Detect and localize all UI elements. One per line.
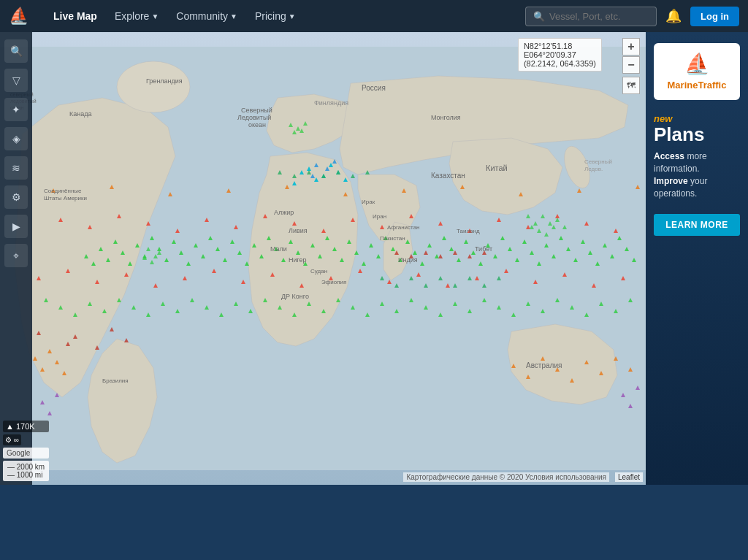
svg-marker-18 bbox=[194, 243, 198, 248]
vessel-count: ▲ 170K bbox=[3, 421, 49, 432]
svg-text:Соединённые: Соединённые bbox=[44, 188, 82, 194]
svg-marker-244 bbox=[95, 345, 99, 350]
svg-marker-78 bbox=[632, 258, 636, 262]
map-container[interactable]: Канада Соединённые Штаты Америки Бразили… bbox=[0, 32, 646, 485]
svg-marker-188 bbox=[314, 177, 318, 182]
svg-marker-159 bbox=[584, 221, 589, 226]
search-bar[interactable]: 🔍 bbox=[525, 7, 657, 26]
wind-tool-button[interactable]: ≋ bbox=[4, 156, 28, 180]
layers-tool-button[interactable]: ✦ bbox=[4, 98, 28, 121]
svg-marker-195 bbox=[325, 166, 329, 171]
svg-marker-157 bbox=[526, 225, 530, 229]
map-type-button[interactable]: 🗺 bbox=[622, 77, 640, 94]
svg-text:Ливия: Ливия bbox=[289, 227, 308, 234]
svg-text:Афганистан: Афганистан bbox=[387, 224, 420, 231]
svg-marker-184 bbox=[614, 356, 618, 361]
svg-marker-47 bbox=[405, 239, 410, 244]
svg-marker-208 bbox=[336, 170, 340, 174]
svg-marker-209 bbox=[351, 174, 355, 178]
svg-marker-234 bbox=[562, 225, 567, 229]
svg-marker-5 bbox=[99, 247, 103, 251]
svg-marker-145 bbox=[175, 229, 180, 233]
svg-marker-205 bbox=[292, 174, 297, 178]
svg-marker-124 bbox=[153, 283, 158, 288]
svg-marker-203 bbox=[636, 386, 640, 390]
nav-pricing[interactable]: Pricing ▼ bbox=[248, 6, 303, 26]
zoom-in-button[interactable]: + bbox=[622, 38, 640, 55]
nav-community[interactable]: Community ▼ bbox=[169, 6, 245, 26]
settings-tool-button[interactable]: ⚙ bbox=[4, 185, 28, 209]
header-logo[interactable]: ⛵ bbox=[9, 7, 31, 26]
svg-text:Северный: Северный bbox=[241, 107, 272, 114]
svg-marker-168 bbox=[460, 185, 465, 189]
svg-marker-34 bbox=[310, 243, 315, 248]
svg-marker-24 bbox=[237, 250, 242, 255]
svg-marker-94 bbox=[263, 298, 267, 302]
svg-marker-36 bbox=[325, 236, 329, 240]
login-button[interactable]: Log in bbox=[690, 7, 739, 26]
svg-marker-25 bbox=[245, 261, 249, 266]
stack-tool-button[interactable]: ◈ bbox=[4, 127, 28, 150]
svg-marker-242 bbox=[110, 327, 114, 331]
notifications-bell-icon[interactable]: 🔔 bbox=[663, 5, 684, 27]
svg-marker-100 bbox=[351, 305, 355, 310]
nav-explore[interactable]: Explore ▼ bbox=[107, 6, 166, 26]
svg-marker-61 bbox=[508, 247, 512, 251]
search-tool-button[interactable]: 🔍 bbox=[4, 39, 28, 63]
svg-marker-167 bbox=[402, 188, 406, 193]
search-input[interactable] bbox=[549, 11, 652, 22]
svg-marker-194 bbox=[314, 163, 318, 167]
svg-marker-109 bbox=[482, 298, 486, 302]
svg-marker-211 bbox=[380, 276, 384, 280]
svg-text:Казахстан: Казахстан bbox=[431, 172, 465, 180]
svg-marker-122 bbox=[95, 280, 99, 284]
svg-marker-189 bbox=[329, 163, 333, 167]
svg-text:Пакистан: Пакистан bbox=[380, 235, 405, 242]
svg-marker-237 bbox=[150, 260, 154, 264]
svg-marker-103 bbox=[394, 309, 399, 313]
svg-marker-50 bbox=[427, 243, 432, 248]
svg-marker-125 bbox=[183, 276, 187, 280]
svg-marker-238 bbox=[157, 250, 161, 255]
svg-marker-231 bbox=[544, 232, 549, 237]
svg-marker-161 bbox=[51, 188, 56, 193]
svg-text:Ледовитый: Ледовитый bbox=[237, 114, 271, 121]
svg-marker-197 bbox=[332, 159, 337, 164]
pricing-arrow: ▼ bbox=[289, 12, 296, 20]
zoom-out-button[interactable]: − bbox=[622, 56, 640, 74]
svg-marker-248 bbox=[424, 250, 428, 255]
play-tool-button[interactable]: ▶ bbox=[4, 215, 28, 238]
filter-tool-button[interactable]: ▽ bbox=[4, 69, 28, 92]
svg-marker-232 bbox=[552, 225, 556, 229]
svg-marker-81 bbox=[73, 312, 77, 317]
svg-marker-63 bbox=[522, 239, 527, 244]
header-right: 🔍 🔔 Log in bbox=[525, 5, 739, 27]
svg-marker-59 bbox=[493, 254, 497, 258]
svg-marker-22 bbox=[223, 258, 227, 262]
svg-marker-119 bbox=[628, 298, 633, 302]
svg-marker-190 bbox=[299, 170, 304, 174]
svg-marker-225 bbox=[526, 214, 530, 218]
svg-marker-107 bbox=[453, 302, 457, 306]
learn-more-button[interactable]: LEARN MORE bbox=[654, 214, 740, 236]
svg-text:Таиланд: Таиланд bbox=[457, 228, 480, 234]
svg-marker-85 bbox=[131, 305, 136, 310]
promo-plans-label: Plans bbox=[654, 124, 740, 145]
scale-bar: — 2000 km — 1000 mi bbox=[3, 461, 49, 481]
nav-live-map[interactable]: Live Map bbox=[46, 6, 104, 26]
svg-marker-180 bbox=[555, 367, 560, 372]
coordinate-display: N82°12'51.18 E064°20'09.37 (82.2142, 064… bbox=[518, 38, 602, 72]
svg-marker-206 bbox=[307, 170, 311, 174]
svg-marker-141 bbox=[58, 218, 63, 222]
svg-marker-235 bbox=[146, 247, 150, 251]
svg-marker-76 bbox=[617, 236, 622, 240]
svg-text:Мали: Мали bbox=[270, 245, 287, 253]
svg-marker-204 bbox=[278, 170, 282, 174]
leaflet-attribution[interactable]: Leaflet bbox=[615, 472, 643, 482]
svg-marker-156 bbox=[497, 218, 501, 222]
svg-marker-89 bbox=[190, 298, 194, 302]
location-tool-button[interactable]: ⌖ bbox=[4, 244, 28, 267]
svg-marker-247 bbox=[409, 254, 413, 258]
svg-marker-236 bbox=[153, 254, 158, 258]
svg-marker-160 bbox=[614, 229, 618, 233]
